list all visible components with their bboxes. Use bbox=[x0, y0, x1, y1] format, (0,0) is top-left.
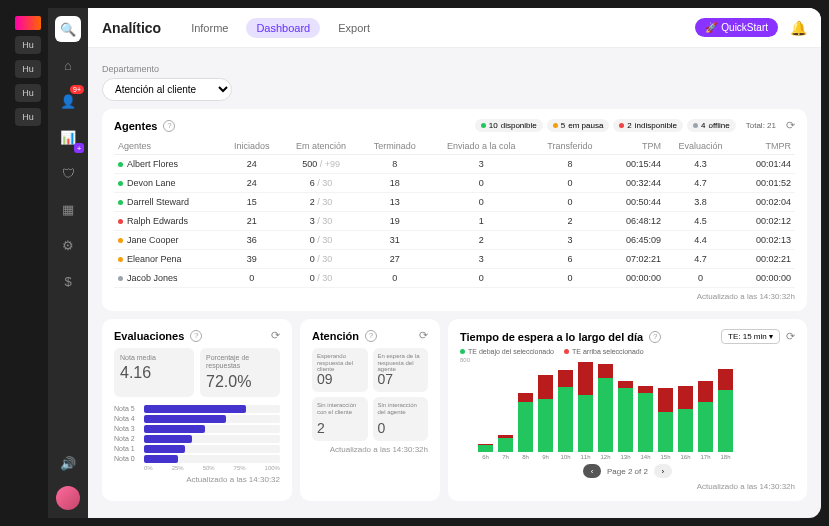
help-icon[interactable]: ? bbox=[649, 331, 661, 343]
agents-table: AgentesIniciadosEm atenciónTerminadoEnvi… bbox=[114, 138, 795, 288]
wait-title: Tiempo de espera a lo largo del día bbox=[460, 331, 643, 343]
table-row[interactable]: Jane Cooper 360 / 30 3123 06:45:094.400:… bbox=[114, 231, 795, 250]
tab-dashboard[interactable]: Dashboard bbox=[246, 18, 320, 38]
workspace-item[interactable]: Hu bbox=[15, 84, 41, 102]
help-icon[interactable]: ? bbox=[163, 120, 175, 132]
workspace-item[interactable]: Hu bbox=[15, 36, 41, 54]
status-available: 10 disponible bbox=[475, 119, 543, 132]
department-filter: Departamento Atención al cliente bbox=[102, 58, 807, 101]
agents-updated: Actualizado a las 14:30:32h bbox=[114, 292, 795, 301]
bell-icon[interactable]: 🔔 bbox=[790, 20, 807, 36]
hbar-row: Nota 1 bbox=[114, 445, 280, 453]
shield-icon[interactable]: 🛡 bbox=[55, 160, 81, 186]
home-icon[interactable]: ⌂ bbox=[55, 52, 81, 78]
metric-media: Nota media 4.16 bbox=[114, 348, 194, 397]
refresh-icon[interactable]: ⟳ bbox=[786, 330, 795, 343]
status-paused: 5 em pausa bbox=[547, 119, 610, 132]
nav-rail: 🔍 ⌂ 👤9+ 📊+ 🛡 ▦ ⚙ $ 🔊 bbox=[48, 8, 88, 518]
department-label: Departamento bbox=[102, 64, 159, 74]
avatar[interactable] bbox=[56, 486, 80, 510]
hbar-row: Nota 5 bbox=[114, 405, 280, 413]
pager-prev[interactable]: ‹ bbox=[583, 464, 601, 478]
aten-box: En espera de la respuesta del agente07 bbox=[373, 348, 429, 392]
hbar-row: Nota 0 bbox=[114, 455, 280, 463]
tab-export[interactable]: Export bbox=[328, 18, 380, 38]
chart-icon[interactable]: 📊+ bbox=[55, 124, 81, 150]
pager-next[interactable]: › bbox=[654, 464, 672, 478]
search-icon[interactable]: 🔍 bbox=[55, 16, 81, 42]
workspace-rail: Hu Hu Hu Hu bbox=[8, 8, 48, 518]
refresh-icon[interactable]: ⟳ bbox=[786, 119, 795, 132]
hbar-row: Nota 3 bbox=[114, 425, 280, 433]
agents-card: Agentes ? 10 disponible 5 em pausa 2 ind… bbox=[102, 109, 807, 311]
aten-updated: Actualizado a las 14:30:32h bbox=[312, 445, 428, 454]
evaluaciones-card: Evaluaciones ? ⟳ Nota media 4.16 Porcent… bbox=[102, 319, 292, 501]
hbar-row: Nota 4 bbox=[114, 415, 280, 423]
volume-icon[interactable]: 🔊 bbox=[55, 450, 81, 476]
table-row[interactable]: Jacob Jones 00 / 30 000 00:00:00000:00:0… bbox=[114, 269, 795, 288]
workspace-item[interactable]: Hu bbox=[15, 60, 41, 78]
workspace-item[interactable]: Hu bbox=[15, 108, 41, 126]
help-icon[interactable]: ? bbox=[365, 330, 377, 342]
hbar-row: Nota 2 bbox=[114, 435, 280, 443]
chart-legend: TE debajo del seleccionado TE arriba sel… bbox=[460, 348, 795, 355]
table-row[interactable]: Albert Flores 24500 / +99 838 00:15:444.… bbox=[114, 155, 795, 174]
pager-text: Page 2 of 2 bbox=[607, 467, 648, 476]
table-row[interactable]: Ralph Edwards 213 / 30 1912 06:48:124.50… bbox=[114, 212, 795, 231]
agents-title: Agentes bbox=[114, 120, 157, 132]
metric-pct: Porcentaje de respuestas 72.0% bbox=[200, 348, 280, 397]
status-total: Total: 21 bbox=[740, 121, 782, 130]
aten-box: Sin interacción del agente0 bbox=[373, 397, 429, 441]
atencion-card: Atención ? ⟳ Esperando respuesta del cli… bbox=[300, 319, 440, 501]
table-row[interactable]: Eleanor Pena 390 / 30 2736 07:02:214.700… bbox=[114, 250, 795, 269]
aten-box: Sin interacción con el cliente2 bbox=[312, 397, 368, 441]
plus-badge: + bbox=[74, 143, 84, 153]
help-icon[interactable]: ? bbox=[190, 330, 202, 342]
eval-updated: Actualizado a las 14:30:32 bbox=[114, 475, 280, 484]
topbar: Analítico Informe Dashboard Export 🚀 Qui… bbox=[88, 8, 821, 48]
wait-card: Tiempo de espera a lo largo del día ? TE… bbox=[448, 319, 807, 501]
table-row[interactable]: Devon Lane 246 / 30 1800 00:32:444.700:0… bbox=[114, 174, 795, 193]
apps-icon[interactable]: ▦ bbox=[55, 196, 81, 222]
te-select[interactable]: TE: 15 min ▾ bbox=[721, 329, 780, 344]
notification-badge: 9+ bbox=[70, 85, 84, 94]
refresh-icon[interactable]: ⟳ bbox=[419, 329, 428, 342]
topbar-tabs: Informe Dashboard Export bbox=[181, 18, 380, 38]
status-unavailable: 2 indisponible bbox=[613, 119, 683, 132]
tab-informe[interactable]: Informe bbox=[181, 18, 238, 38]
logo bbox=[15, 16, 41, 30]
status-pills: 10 disponible 5 em pausa 2 indisponible … bbox=[475, 119, 795, 132]
wait-chart: 800 bbox=[460, 357, 795, 452]
aten-title: Atención bbox=[312, 330, 359, 342]
quickstart-button[interactable]: 🚀 QuickStart bbox=[695, 18, 778, 37]
refresh-icon[interactable]: ⟳ bbox=[271, 329, 280, 342]
page-title: Analítico bbox=[102, 20, 161, 36]
agent-icon[interactable]: 👤9+ bbox=[55, 88, 81, 114]
chart-pager: ‹ Page 2 of 2 › bbox=[460, 464, 795, 478]
gear-icon[interactable]: ⚙ bbox=[55, 232, 81, 258]
table-row[interactable]: Darrell Steward 152 / 30 1300 00:50:443.… bbox=[114, 193, 795, 212]
eval-title: Evaluaciones bbox=[114, 330, 184, 342]
wait-updated: Actualizado a las 14:30:32h bbox=[460, 482, 795, 491]
department-select[interactable]: Atención al cliente bbox=[102, 78, 232, 101]
aten-box: Esperando respuesta del cliente09 bbox=[312, 348, 368, 392]
status-offline: 4 offline bbox=[687, 119, 736, 132]
dollar-icon[interactable]: $ bbox=[55, 268, 81, 294]
